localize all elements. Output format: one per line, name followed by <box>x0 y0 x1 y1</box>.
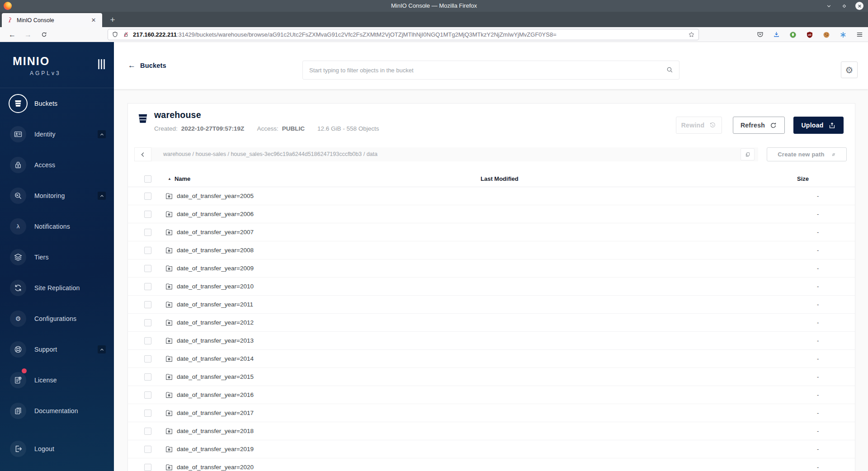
sidebar-item-tiers[interactable]: Tiers <box>0 242 114 273</box>
row-checkbox[interactable] <box>144 193 151 200</box>
ublock-origin-extension-icon[interactable]: uO <box>806 31 814 39</box>
row-checkbox[interactable] <box>144 337 151 344</box>
table-row[interactable]: date_of_transfer_year=2006 - <box>128 205 855 223</box>
refresh-button[interactable]: Refresh <box>733 117 785 134</box>
reload-icon[interactable] <box>37 27 51 42</box>
back-to-buckets[interactable]: ← Buckets <box>128 42 166 89</box>
row-checkbox[interactable] <box>144 301 151 308</box>
window-maximize-icon[interactable] <box>840 2 848 10</box>
sidebar-item-support[interactable]: Support <box>0 334 114 365</box>
tab-close-icon[interactable]: ✕ <box>90 17 98 24</box>
breadcrumb[interactable]: warehouse / house-sales / house_sales-3e… <box>163 147 377 161</box>
downloads-icon[interactable] <box>773 31 780 38</box>
row-checkbox[interactable] <box>144 319 151 326</box>
chevron-up-icon[interactable] <box>98 130 106 138</box>
row-checkbox[interactable] <box>144 247 151 254</box>
tracking-shield-icon[interactable] <box>112 31 118 38</box>
table-row[interactable]: date_of_transfer_year=2013 - <box>128 332 855 350</box>
sidebar-item-documentation[interactable]: Documentation <box>0 396 114 426</box>
upload-button[interactable]: Upload <box>793 117 844 134</box>
column-header-size[interactable]: Size <box>797 175 855 182</box>
table-row[interactable]: date_of_transfer_year=2012 - <box>128 314 855 332</box>
sidebar-item-logout[interactable]: Logout <box>0 433 114 464</box>
row-checkbox[interactable] <box>144 283 151 290</box>
objects-table: ▲ Name Last Modified Size date_of_transf… <box>128 171 855 471</box>
asterisk-extension-icon[interactable] <box>839 31 847 39</box>
row-checkbox[interactable] <box>144 410 151 417</box>
sidebar-item-notifications[interactable]: λ Notifications <box>0 211 114 242</box>
object-size: - <box>797 265 855 272</box>
privacy-badger-extension-icon[interactable] <box>789 31 797 39</box>
row-checkbox[interactable] <box>144 211 151 218</box>
table-row[interactable]: date_of_transfer_year=2014 - <box>128 350 855 368</box>
sidebar-item-access[interactable]: Access <box>0 150 114 180</box>
rewind-button[interactable]: Rewind <box>676 117 722 134</box>
folder-icon <box>165 210 173 218</box>
object-name: date_of_transfer_year=2016 <box>177 391 254 398</box>
window-close-icon[interactable] <box>855 2 863 10</box>
hamburger-menu-icon[interactable] <box>856 31 863 38</box>
folder-icon <box>165 391 173 399</box>
column-header-last-modified[interactable]: Last Modified <box>481 175 797 182</box>
row-checkbox[interactable] <box>144 355 151 363</box>
table-row[interactable]: date_of_transfer_year=2017 - <box>128 404 855 422</box>
table-row[interactable]: date_of_transfer_year=2018 - <box>128 422 855 440</box>
url-bar[interactable]: 217.160.222.211:31429/buckets/warehouse/… <box>108 29 699 40</box>
logout-icon <box>10 441 26 457</box>
table-row[interactable]: date_of_transfer_year=2016 - <box>128 386 855 404</box>
bookmark-star-icon[interactable] <box>688 31 695 38</box>
table-row[interactable]: date_of_transfer_year=2020 - <box>128 458 855 471</box>
table-row[interactable]: date_of_transfer_year=2005 - <box>128 187 855 205</box>
back-nav-icon[interactable]: ← <box>5 27 19 42</box>
row-checkbox[interactable] <box>144 229 151 236</box>
row-checkbox[interactable] <box>144 373 151 381</box>
refresh-icon <box>769 122 777 129</box>
row-checkbox[interactable] <box>144 446 151 453</box>
row-checkbox[interactable] <box>144 391 151 399</box>
table-row[interactable]: date_of_transfer_year=2010 - <box>128 278 855 296</box>
pocket-icon[interactable] <box>756 31 764 38</box>
chevron-up-icon[interactable] <box>98 345 106 353</box>
created-label: Created: <box>154 125 178 132</box>
bucket-icon <box>137 113 149 124</box>
table-row[interactable]: date_of_transfer_year=2011 - <box>128 296 855 314</box>
tab-minio-console[interactable]: MinIO Console ✕ <box>2 13 102 27</box>
chevron-up-icon[interactable] <box>98 192 106 200</box>
sidebar-item-license[interactable]: License <box>0 365 114 396</box>
sidebar-item-buckets[interactable]: Buckets <box>0 88 114 119</box>
path-back-button[interactable] <box>134 147 151 161</box>
column-header-name[interactable]: ▲ Name <box>160 175 481 182</box>
object-filter-input[interactable] <box>309 61 653 79</box>
sidebar-collapse-icon[interactable] <box>98 59 105 69</box>
sidebar: MINIO AGPLv3 Buckets Identity Access Mon… <box>0 42 114 471</box>
row-checkbox[interactable] <box>144 265 151 272</box>
row-checkbox[interactable] <box>144 464 151 471</box>
sidebar-item-monitoring[interactable]: Monitoring <box>0 180 114 211</box>
table-row[interactable]: date_of_transfer_year=2009 - <box>128 259 855 278</box>
minio-console-page: MINIO AGPLv3 Buckets Identity Access Mon… <box>0 42 868 471</box>
license-alert-badge <box>22 368 27 373</box>
copy-path-button[interactable] <box>741 148 755 160</box>
forward-nav-icon[interactable]: → <box>21 27 35 42</box>
window-minimize-icon[interactable] <box>825 2 833 10</box>
object-name: date_of_transfer_year=2015 <box>177 373 254 380</box>
row-checkbox[interactable] <box>144 428 151 435</box>
sidebar-item-site-replication[interactable]: Site Replication <box>0 273 114 303</box>
object-name: date_of_transfer_year=2020 <box>177 464 254 471</box>
settings-button[interactable]: ⚙ <box>841 61 858 78</box>
license-tag: AGPLv3 <box>30 70 61 76</box>
sidebar-item-identity[interactable]: Identity <box>0 119 114 150</box>
folder-icon <box>165 427 173 435</box>
cookie-extension-icon[interactable] <box>822 31 830 39</box>
table-row[interactable]: date_of_transfer_year=2007 - <box>128 223 855 241</box>
insecure-lock-icon[interactable] <box>123 31 129 38</box>
select-all-checkbox[interactable] <box>144 175 151 183</box>
table-row[interactable]: date_of_transfer_year=2008 - <box>128 241 855 259</box>
bucket-icon <box>9 94 28 113</box>
object-name: date_of_transfer_year=2019 <box>177 446 254 452</box>
new-tab-button[interactable]: + <box>107 14 118 26</box>
sidebar-item-configurations[interactable]: ⚙ Configurations <box>0 303 114 334</box>
table-row[interactable]: date_of_transfer_year=2015 - <box>128 368 855 386</box>
create-new-path-button[interactable]: Create new path <box>767 147 847 161</box>
table-row[interactable]: date_of_transfer_year=2019 - <box>128 440 855 458</box>
